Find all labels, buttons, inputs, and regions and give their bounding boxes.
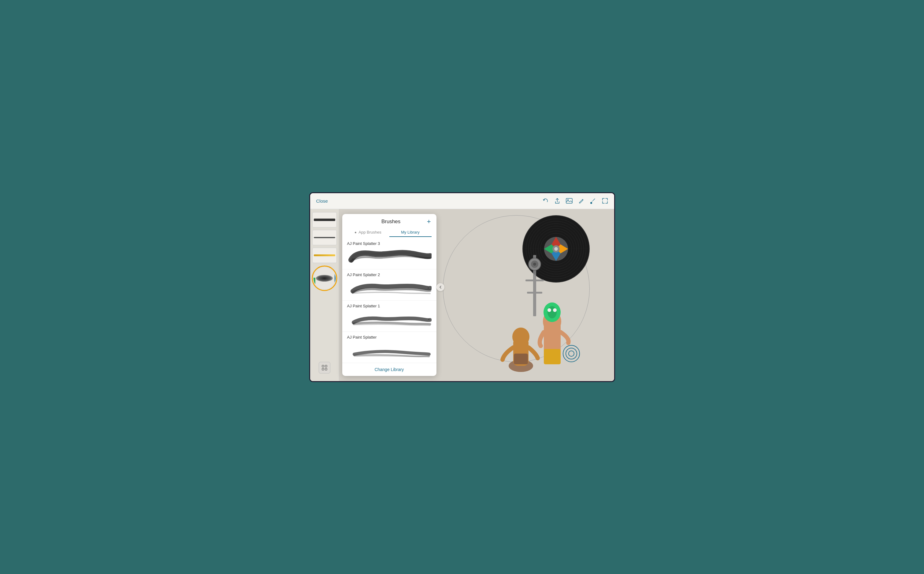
- grid-icon: [321, 364, 328, 371]
- svg-point-40: [427, 287, 429, 289]
- svg-point-32: [533, 263, 536, 266]
- svg-rect-35: [322, 365, 324, 367]
- brush-stroke-preview-1: [347, 310, 432, 328]
- dot-icon: [355, 232, 356, 233]
- svg-rect-34: [527, 292, 542, 293]
- change-library-button[interactable]: Change Library: [375, 367, 404, 372]
- color-bar: [314, 278, 315, 284]
- panel-tabs: App Brushes My Library: [342, 225, 437, 237]
- machine-element: [522, 255, 547, 317]
- svg-rect-37: [322, 368, 324, 370]
- tab-my-library[interactable]: My Library: [389, 228, 432, 237]
- stroke-svg-3: [347, 248, 432, 265]
- selected-brush-container[interactable]: [311, 265, 337, 292]
- stroke-svg-1: [347, 311, 432, 328]
- brush-list: AJ Paint Splatter 3 AJ Paint Splatter 2: [342, 237, 437, 363]
- tab-app-brushes[interactable]: App Brushes: [347, 228, 389, 237]
- svg-rect-21: [514, 353, 528, 364]
- brush-icon[interactable]: [590, 197, 596, 204]
- stroke-svg-2: [347, 279, 432, 296]
- brush-preview-1[interactable]: [312, 212, 337, 227]
- ripple-area: [559, 341, 584, 366]
- undo-icon[interactable]: [542, 198, 549, 204]
- svg-rect-36: [325, 365, 327, 367]
- svg-point-25: [547, 306, 557, 319]
- svg-point-27: [553, 308, 557, 312]
- app-window: Close: [309, 192, 615, 382]
- add-brush-button[interactable]: +: [427, 218, 431, 225]
- svg-point-20: [512, 328, 530, 346]
- svg-rect-28: [544, 349, 561, 364]
- svg-point-2: [590, 202, 592, 204]
- brush-stroke-preview-2: [347, 279, 432, 297]
- brush-item-3[interactable]: AJ Paint Splatter 3: [342, 238, 437, 270]
- grid-button[interactable]: [319, 362, 330, 374]
- panel-footer: Change Library: [342, 363, 437, 376]
- brushes-panel: Brushes + App Brushes My Library AJ Pain…: [342, 214, 437, 376]
- svg-rect-38: [325, 368, 327, 370]
- svg-point-42: [353, 323, 354, 324]
- panel-title: Brushes: [355, 219, 427, 225]
- image-icon[interactable]: [566, 198, 572, 203]
- brush-name-2: AJ Paint Splatter 2: [347, 273, 432, 277]
- brush-name-3: AJ Paint Splatter 3: [347, 241, 432, 246]
- svg-rect-33: [525, 279, 544, 281]
- brush-item-1[interactable]: AJ Paint Splatter 1: [342, 301, 437, 332]
- brush-name-1: AJ Paint Splatter 1: [347, 304, 432, 308]
- selected-brush-preview: [314, 267, 336, 289]
- top-bar: Close: [310, 193, 614, 209]
- collapse-arrow[interactable]: [437, 283, 445, 291]
- brush-item-0[interactable]: AJ Paint Splatter: [342, 332, 437, 363]
- blue-line: [335, 271, 336, 285]
- brush-preview-yellow[interactable]: [312, 248, 337, 263]
- expand-icon[interactable]: [602, 198, 608, 204]
- brush-stroke-preview-0: [347, 341, 432, 360]
- left-sidebar: [310, 209, 339, 381]
- pencil-icon[interactable]: [578, 198, 584, 204]
- brush-name-0: AJ Paint Splatter: [347, 335, 432, 339]
- svg-point-26: [547, 308, 551, 312]
- panel-header: Brushes +: [342, 214, 437, 225]
- close-button[interactable]: Close: [316, 199, 328, 203]
- stroke-svg-0: [347, 342, 432, 359]
- brush-stroke-selected: [316, 275, 333, 282]
- toolbar-icons: [542, 197, 608, 204]
- svg-rect-0: [566, 199, 572, 203]
- brush-item-2[interactable]: AJ Paint Splatter 2: [342, 270, 437, 301]
- brush-stroke-preview-3: [347, 248, 432, 266]
- svg-point-17: [554, 247, 558, 251]
- svg-point-41: [428, 319, 429, 320]
- brush-preview-2[interactable]: [312, 230, 337, 245]
- share-icon[interactable]: [554, 198, 560, 204]
- chevron-left-icon: [438, 285, 442, 289]
- svg-point-39: [352, 259, 354, 260]
